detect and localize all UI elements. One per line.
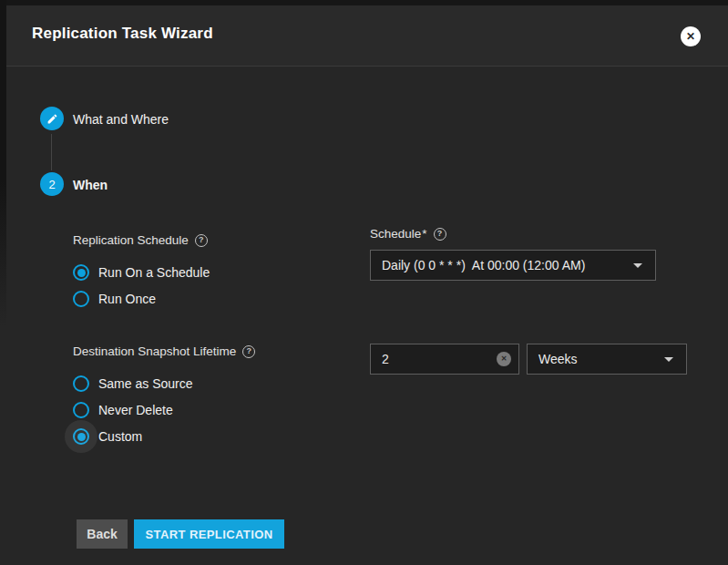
start-replication-button[interactable]: START REPLICATION	[134, 519, 284, 549]
schedule-select[interactable]: Daily (0 0 * * *) At 00:00 (12:00 AM)	[370, 250, 656, 281]
help-icon[interactable]: ?	[242, 345, 255, 358]
radio-label: Never Delete	[98, 403, 173, 417]
lifetime-value-text: 2	[371, 352, 389, 366]
radio-label: Custom	[98, 429, 142, 444]
replication-schedule-label: Replication Schedule ?	[73, 233, 208, 247]
replication-schedule-label-text: Replication Schedule	[73, 233, 189, 247]
radio-run-on-a-schedule[interactable]: Run On a Schedule	[73, 264, 210, 281]
radio-run-once[interactable]: Run Once	[73, 291, 156, 307]
help-icon[interactable]: ?	[195, 234, 208, 247]
help-glyph: ?	[247, 347, 252, 355]
pencil-icon	[46, 113, 58, 125]
required-marker: *	[422, 227, 426, 241]
lifetime-unit-select[interactable]: Weeks	[527, 344, 687, 375]
radio-same-as-source[interactable]: Same as Source	[73, 375, 193, 392]
radio-never-delete[interactable]: Never Delete	[73, 402, 173, 418]
clear-x-glyph: ✕	[501, 355, 508, 363]
step-connector-line	[51, 134, 52, 170]
close-x-glyph: ✕	[686, 31, 695, 42]
step-2-label[interactable]: When	[73, 178, 108, 192]
help-glyph: ?	[199, 236, 204, 244]
header-divider	[6, 66, 728, 67]
chevron-down-icon	[633, 263, 642, 268]
radio-button-icon	[73, 291, 89, 307]
radio-button-icon	[73, 375, 89, 392]
schedule-select-value: Daily (0 0 * * *) At 00:00 (12:00 AM)	[371, 258, 585, 272]
radio-custom[interactable]: Custom	[73, 428, 142, 445]
step-2-indicator[interactable]: 2	[40, 172, 64, 196]
radio-button-icon	[73, 402, 89, 418]
radio-label: Run On a Schedule	[98, 265, 210, 280]
radio-button-icon	[73, 428, 89, 445]
backdrop-edge-left	[0, 0, 6, 328]
radio-label: Run Once	[98, 292, 156, 306]
lifetime-label: Destination Snapshot Lifetime ?	[73, 344, 255, 358]
chevron-down-icon	[664, 357, 673, 362]
radio-label: Same as Source	[98, 376, 193, 391]
step-1-indicator[interactable]	[40, 107, 64, 130]
lifetime-label-text: Destination Snapshot Lifetime	[73, 344, 236, 358]
radio-button-icon	[73, 264, 89, 281]
lifetime-value-input[interactable]: 2 ✕	[370, 344, 519, 375]
help-icon[interactable]: ?	[434, 228, 446, 241]
schedule-label-text: Schedule*	[370, 227, 427, 241]
dialog-title: Replication Task Wizard	[32, 25, 213, 43]
back-button[interactable]: Back	[77, 519, 128, 549]
close-icon[interactable]: ✕	[681, 26, 701, 46]
dialog-header: Replication Task Wizard ✕	[6, 5, 728, 66]
schedule-field-label: Schedule* ?	[370, 227, 446, 241]
help-glyph: ?	[437, 230, 443, 238]
lifetime-unit-value: Weeks	[528, 352, 578, 366]
step-1-label[interactable]: What and Where	[73, 112, 169, 127]
clear-input-icon[interactable]: ✕	[497, 352, 511, 366]
step-2-number: 2	[48, 178, 55, 191]
